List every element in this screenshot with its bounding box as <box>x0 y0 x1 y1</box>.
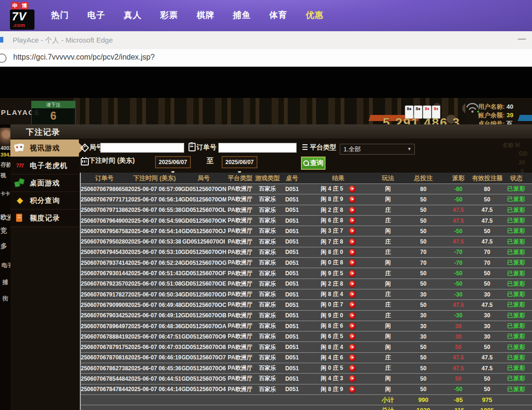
table-row[interactable]: 2506070678884192025-06-07 06:47:51GD0512… <box>81 331 532 341</box>
nav-item-board[interactable]: 棋牌 <box>197 9 215 21</box>
column-header[interactable]: 平台类型 <box>226 174 254 183</box>
date-to-select[interactable]: 2025/06/07 ▼ <box>222 156 257 168</box>
table-row[interactable]: 2506070679301442025-06-07 06:51:43GD0512… <box>81 268 532 278</box>
table-row[interactable]: 2506070678964972025-06-07 06:48:36GD0512… <box>81 321 532 331</box>
sidebar-item-points-query[interactable]: ◆积分查询 <box>10 192 79 209</box>
column-header[interactable]: 桌号 <box>281 174 303 183</box>
result-cell: 闲 8 庄 0 <box>303 248 374 256</box>
cell: 2025-06-07 06:45:36 <box>128 365 181 372</box>
cell: 2025-06-07 06:49:12 <box>128 312 181 319</box>
column-header[interactable]: 游戏类型 <box>254 174 281 183</box>
nav-item-sports[interactable]: 体育 <box>269 9 287 21</box>
status-badge: 已派彩 <box>502 375 531 383</box>
table-row[interactable]: 2506070679713862025-06-07 06:55:38GD0512… <box>81 205 532 215</box>
cell: D051 <box>281 386 303 393</box>
cell: 250607067862738 <box>81 365 128 372</box>
column-header[interactable]: 玩法 <box>374 174 402 183</box>
replay-play-button[interactable] <box>349 333 356 340</box>
replay-play-button[interactable] <box>349 238 356 245</box>
cell: -85 <box>445 396 472 403</box>
cell: 百家乐 <box>254 322 281 330</box>
replay-play-button[interactable] <box>349 312 356 319</box>
table-row[interactable]: 2506070679771712025-06-07 06:56:14GD0512… <box>81 194 532 204</box>
dominoes-icon <box>14 178 26 188</box>
date-from-select[interactable]: 2025/06/07 ▼ <box>155 156 191 168</box>
cell: 250607067977171 <box>81 196 128 203</box>
column-header[interactable]: 下注时间 (美东) <box>128 174 181 183</box>
replay-play-button[interactable] <box>349 249 356 256</box>
table-row[interactable]: 2506070679866582025-06-07 06:57:09GD0512… <box>81 183 532 194</box>
nav-item-promo[interactable]: 优惠 <box>306 9 324 21</box>
table-row[interactable]: 2506070679454302025-06-07 06:53:10GD0512… <box>81 247 532 257</box>
replay-play-button[interactable] <box>349 185 356 192</box>
background-fragment: 卡卡 <box>0 191 10 197</box>
table-row[interactable]: 2506070678544842025-06-07 06:44:51GD0512… <box>81 373 532 384</box>
page-info-icon[interactable] <box>0 53 7 63</box>
column-header[interactable]: 结果 <box>303 174 374 183</box>
replay-play-button[interactable] <box>349 386 356 393</box>
nav-item-live[interactable]: 真人 <box>124 9 142 21</box>
column-header[interactable]: 总投注 <box>402 174 445 183</box>
replay-play-button[interactable] <box>349 365 356 372</box>
column-header[interactable]: 状态 <box>502 174 531 183</box>
sidebar-item-slot-machines[interactable]: 777电子老虎机 <box>10 157 79 174</box>
replay-play-button[interactable] <box>349 291 356 298</box>
sidebar-item-table-games[interactable]: 桌面游戏 <box>10 174 79 192</box>
table-row[interactable]: 2506070679374142025-06-07 06:52:24GD0512… <box>81 257 532 268</box>
brand-logo[interactable]: 申 博 7V .com <box>10 1 41 30</box>
cell: 30 <box>472 323 502 330</box>
column-header[interactable]: 局号 <box>181 174 226 183</box>
column-header[interactable]: 订单号 <box>81 174 128 183</box>
table-row[interactable]: 2506070678791752025-06-07 06:47:03GD0512… <box>81 341 532 352</box>
table-row[interactable]: 2506070679034252025-06-07 06:49:12GD0512… <box>81 310 532 321</box>
cell: 250607067923570 <box>81 280 128 287</box>
nav-item-fishing[interactable]: 捕鱼 <box>233 9 251 21</box>
cell: D051 <box>281 280 303 287</box>
replay-play-button[interactable] <box>349 196 356 203</box>
sidebar-item-video-games[interactable]: ♥♠视讯游戏 <box>10 140 79 157</box>
cell: 百家乐 <box>254 206 281 214</box>
url-text[interactable]: https://gci.7vvvvvv.com/pc/pcv2/index.js… <box>13 53 154 61</box>
cell: PA欧洲厅 <box>226 206 254 214</box>
replay-play-button[interactable] <box>349 259 356 266</box>
table-row[interactable]: 2506070678627382025-06-07 06:45:36GD0512… <box>81 363 532 373</box>
replay-play-button[interactable] <box>349 301 356 308</box>
replay-play-button[interactable] <box>349 344 356 351</box>
replay-play-button[interactable] <box>349 375 356 382</box>
cell: 闲 <box>374 385 402 393</box>
table-row[interactable]: 2506070679178272025-06-07 06:50:34GD0512… <box>81 289 532 299</box>
modal-content: 局号 订单号 平台类型 1.全部 ▼ 下注时间 (美东) 2025/06/07 … <box>79 139 532 410</box>
replay-play-button[interactable] <box>349 323 356 330</box>
table-row[interactable]: 2506070679235702025-06-07 06:51:08GD0512… <box>81 279 532 289</box>
nav-item-hot[interactable]: 热门 <box>51 9 69 21</box>
sidebar-item-credit-records[interactable]: 额度记录 <box>10 209 79 227</box>
minimize-button[interactable]: — <box>518 34 526 44</box>
column-header[interactable]: 派彩 <box>445 174 472 183</box>
replay-play-button[interactable] <box>349 207 356 214</box>
replay-play-button[interactable] <box>349 270 356 277</box>
platform-type-select[interactable]: 1.全部 ▼ <box>340 144 415 155</box>
cell: PA欧洲厅 <box>226 185 254 193</box>
search-button[interactable]: 查询 <box>301 157 326 170</box>
table-row[interactable]: 2506070679567582025-06-07 06:54:14GD0512… <box>81 226 532 236</box>
table-row[interactable]: 2506070679649002025-06-07 06:54:59GD0512… <box>81 215 532 226</box>
replay-play-button[interactable] <box>349 227 356 235</box>
order-number-input[interactable] <box>218 143 297 153</box>
replay-play-button[interactable] <box>349 354 356 361</box>
cell: 30 <box>472 291 502 298</box>
nav-item-lottery[interactable]: 彩票 <box>160 9 178 21</box>
table-row[interactable]: 2506070679099092025-06-07 06:49:48GD0512… <box>81 299 532 310</box>
cards-icon: ♥♠ <box>14 143 26 153</box>
table-row[interactable]: 2506070679502802025-06-07 06:53:38GD0512… <box>81 236 532 246</box>
replay-play-button[interactable] <box>349 280 356 288</box>
cell: 975 <box>472 396 502 403</box>
table-row[interactable]: 2506070678478442025-06-07 06:44:14GD0512… <box>81 384 532 394</box>
cell: PA欧洲厅 <box>226 375 254 383</box>
replay-play-button[interactable] <box>349 217 356 224</box>
column-header[interactable]: 有效投注额 <box>472 174 502 183</box>
table-row[interactable]: 2506070678708162025-06-07 06:46:19GD0512… <box>81 352 532 363</box>
status-badge: 已派彩 <box>502 301 531 309</box>
site-top-nav: 申 博 7V .com 热门电子真人彩票棋牌捕鱼体育优惠 <box>0 0 532 31</box>
round-number-input[interactable] <box>100 143 184 153</box>
nav-item-slots[interactable]: 电子 <box>87 9 105 21</box>
